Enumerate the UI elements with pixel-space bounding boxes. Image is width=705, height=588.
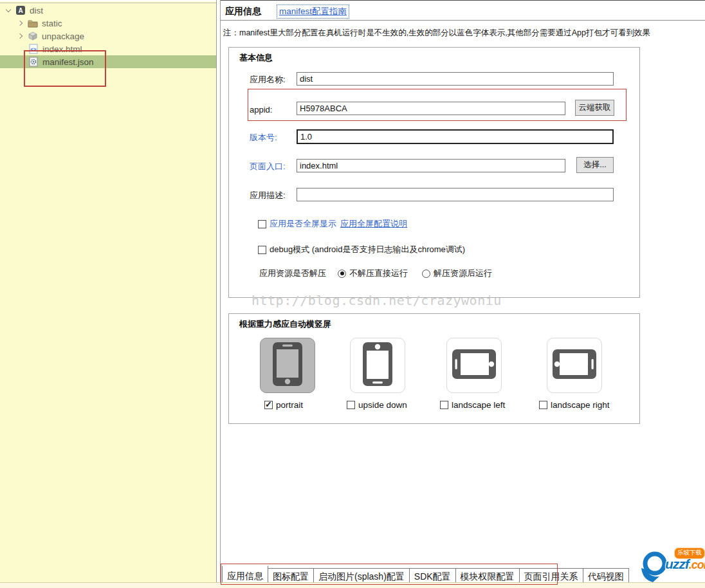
landscape-left-option: landscape left [440, 400, 505, 410]
orientation-tile-landscape-right[interactable] [547, 338, 602, 393]
chevron-right-icon[interactable] [17, 33, 24, 39]
landscape-right-option: landscape right [539, 400, 610, 410]
tree-item-index-html[interactable]: <> index.html [0, 42, 216, 55]
manifest-note-text: 注：manifest里大部分配置在真机运行时是不生效的,生效的部分以蓝色字体表示… [223, 28, 650, 39]
svg-text:<>: <> [30, 46, 37, 52]
appid-label: appid: [250, 105, 296, 115]
radio-run-direct[interactable] [338, 270, 346, 278]
uzzf-swirl-icon [639, 549, 668, 586]
basic-info-title: 基本信息 [239, 52, 273, 64]
landscape-right-label: landscape right [551, 400, 610, 410]
bottom-page-strip [0, 582, 705, 588]
version-label: 版本号: [250, 132, 296, 143]
portrait-option: portrait [264, 400, 303, 410]
upside-down-option: upside down [347, 400, 407, 410]
tree-item-unpackage[interactable]: unpackage [0, 30, 216, 42]
orientation-tile-upside-down[interactable] [350, 338, 405, 393]
appid-input[interactable] [297, 102, 565, 115]
manifest-guide-link[interactable]: manifest配置指南 [277, 5, 349, 18]
select-entry-button[interactable]: 选择... [576, 157, 614, 173]
tree-item-label: manifest.json [42, 57, 94, 67]
app-name-label: 应用名称: [250, 74, 296, 86]
version-input[interactable] [297, 129, 614, 144]
phone-upside-down-icon [360, 341, 396, 390]
tree-item-static[interactable]: static [0, 17, 216, 30]
chevron-down-icon[interactable] [5, 7, 12, 14]
orientation-tile-portrait[interactable] [260, 338, 315, 393]
portrait-checkbox[interactable] [264, 401, 273, 409]
svg-text:A: A [18, 7, 23, 14]
cloud-fetch-button[interactable]: 云端获取 [575, 100, 614, 116]
tree-item-manifest-json[interactable]: manifest.json [0, 55, 216, 68]
app-name-input[interactable] [297, 72, 614, 86]
tree-item-label: dist [30, 6, 43, 15]
landscape-left-checkbox[interactable] [440, 401, 448, 409]
landscape-left-label: landscape left [452, 400, 505, 410]
package-icon [28, 31, 38, 41]
header-divider [221, 20, 705, 21]
phone-landscape-left-icon [451, 346, 497, 385]
app-desc-input[interactable] [297, 188, 614, 201]
fullscreen-guide-link[interactable]: 应用全屏配置说明 [340, 218, 407, 230]
manifest-editor-panel: 应用信息 manifest配置指南 注：manifest里大部分配置在真机运行时… [221, 0, 705, 582]
fullscreen-checkbox-row: 应用是否全屏显示 应用全屏配置说明 [258, 218, 407, 230]
debug-checkbox-row: debug模式 (android是否支持日志输出及chrome调试) [258, 244, 465, 255]
uzzf-logo: uzzf.com ✦ ✦ 乐坡下载 [639, 547, 705, 583]
phone-portrait-icon [270, 341, 306, 390]
phone-landscape-right-icon [551, 346, 598, 385]
debug-checkbox[interactable] [258, 246, 266, 254]
panel-splitter[interactable] [216, 0, 221, 582]
tree-item-label: index.html [42, 44, 82, 54]
tab-app-info-header: 应用信息 [225, 6, 261, 17]
orientation-tile-landscape-left[interactable] [446, 338, 502, 393]
basic-info-groupbox: 基本信息 应用名称: appid: 云端获取 版本号: 页面入口: 选择... … [228, 47, 640, 298]
app-desc-label: 应用描述: [250, 190, 296, 201]
csdn-watermark-text: http://blog.csdn.net/crazywoniu [252, 293, 502, 308]
upside-down-checkbox[interactable] [347, 401, 355, 409]
sidebar-top-divider [0, 3, 216, 3]
radio-unzip-run[interactable] [422, 270, 430, 278]
chevron-right-icon[interactable] [17, 20, 24, 26]
tree-item-label: static [42, 19, 62, 28]
entry-page-label: 页面入口: [250, 161, 296, 172]
radio-run-direct-label: 不解压直接运行 [349, 268, 408, 279]
project-file-tree-panel: A dist static unpackage <> index.html [0, 0, 216, 582]
orientation-title: 根据重力感应自动横竖屏 [239, 318, 331, 330]
tree-item-label: unpackage [42, 32, 84, 41]
json-file-icon [28, 57, 39, 67]
uzzf-badge: 乐坡下载 [674, 547, 705, 559]
unzip-group-label: 应用资源是否解压 [259, 268, 326, 279]
orientation-groupbox: 根据重力感应自动横竖屏 portrait upsi [228, 313, 640, 424]
upside-down-label: upside down [358, 400, 407, 410]
portrait-label: portrait [276, 400, 303, 410]
tree-item-dist[interactable]: A dist [0, 4, 216, 17]
entry-page-input[interactable] [297, 159, 565, 172]
debug-checkbox-label: debug模式 (android是否支持日志输出及chrome调试) [270, 244, 465, 255]
radio-unzip-run-label: 解压资源后运行 [434, 268, 492, 279]
app-project-icon: A [15, 5, 26, 15]
landscape-right-checkbox[interactable] [539, 401, 547, 409]
html-file-icon: <> [28, 44, 39, 54]
fullscreen-checkbox-label: 应用是否全屏显示 [270, 218, 336, 230]
folder-icon [28, 18, 38, 28]
fullscreen-checkbox[interactable] [258, 220, 266, 228]
file-tree: A dist static unpackage <> index.html [0, 4, 216, 68]
unzip-radio-row: 应用资源是否解压 不解压直接运行 解压资源后运行 [259, 268, 492, 279]
